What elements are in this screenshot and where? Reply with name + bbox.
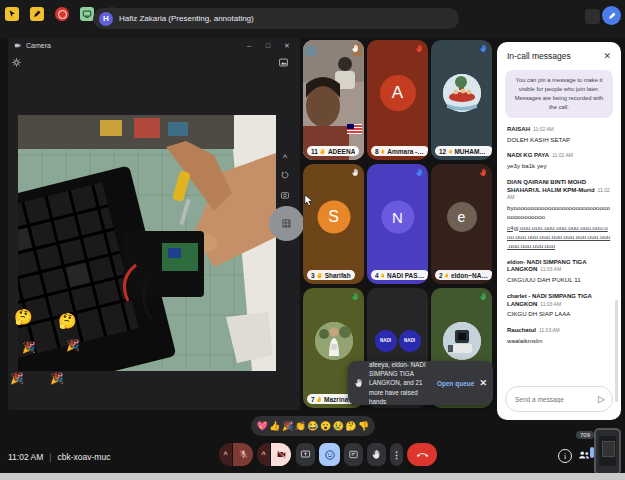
reaction-clap[interactable]: 👏 [295,421,306,431]
chat-message: NADI KG PAYA11:02 AM ye3y ba1k yey [507,152,611,170]
camera-settings-button[interactable] [11,57,22,68]
record-icon [58,10,67,19]
end-call-button[interactable] [407,443,437,466]
message-sender: NADI KG PAYA [507,152,549,158]
raised-hand-icon [351,292,360,301]
hand-icon [444,272,449,279]
maximize-button[interactable]: □ [261,42,275,49]
raised-hands-toast: afeeya, eldon- NADI SIMPANG TIGA LANGKON… [348,361,493,405]
chat-message: charlet - NADI SIMPANG TIGA LANGKON11:03… [507,293,611,319]
annotate-pen-button[interactable] [602,6,621,25]
reaction-party[interactable]: 🎉 [282,421,293,431]
chat-message: eldon- NADI SIMPANG TIGA LANGKON11:03 AM… [507,259,611,285]
self-view-pip[interactable] [594,428,621,475]
hand-icon [316,396,322,403]
reaction-thumbs-up[interactable]: 👍 [269,421,280,431]
reactions-button[interactable] [319,443,340,466]
reaction-surprised[interactable]: 😮 [320,421,331,431]
camera-off-button[interactable] [271,443,291,466]
screenshare-tool-button[interactable] [80,7,94,21]
floating-reaction-emoji: 🎉 [10,372,24,385]
camera-shutter-button[interactable] [269,206,304,241]
participant-tile[interactable]: 11 ADEENA [303,40,364,160]
pen-tool-button[interactable] [30,7,44,21]
present-button[interactable] [296,443,315,466]
toolbar-extra-button[interactable] [585,9,600,24]
present-screen-icon [300,449,311,460]
send-message-button[interactable]: ▷ [598,394,605,404]
camera-off-icon [276,449,287,460]
raised-hand-icon [479,44,488,53]
camera-app-icon [14,42,21,49]
panel-title: In-call messages [507,51,571,61]
hand-icon [380,272,385,279]
meeting-code: cbk-xoav-muc [58,452,111,462]
camera-options-button[interactable]: ^ [257,443,270,466]
camera-window-title: Camera [26,42,51,49]
reactions-bar: 💖 👍 🎉 👏 😂 😮 😢 🤔 👎 [251,416,375,436]
hand-icon [316,272,323,279]
close-button[interactable]: ✕ [280,42,294,50]
camera-gallery-button[interactable] [278,57,289,68]
presenter-pill[interactable]: H Hafiz Zakaria (Presenting, annotating) [93,8,459,29]
nadi-logo: NADI [375,330,397,352]
reaction-cry[interactable]: 😢 [333,421,344,431]
reaction-laugh[interactable]: 😂 [307,421,318,431]
panel-close-button[interactable]: ✕ [603,51,611,61]
reaction-thumbs-down[interactable]: 👎 [358,421,369,431]
rotate-icon[interactable] [280,170,290,180]
message-input[interactable] [513,395,594,404]
divider: | [49,452,51,462]
cursor-tool-button[interactable] [5,7,19,21]
gallery-icon [278,57,289,68]
participant-tile[interactable]: 12 MUHAMMAD ... [431,40,492,160]
screen-icon [82,9,92,19]
switch-camera-icon[interactable] [280,190,290,200]
participant-tile[interactable]: A 8 Ammara - NA... [367,40,428,160]
minimize-button[interactable]: – [242,42,256,49]
raised-hand-icon [354,378,364,388]
raised-hand-icon [415,44,424,53]
record-tool-button[interactable] [55,7,69,21]
message-text: CIKGU DH SIAP LAAA [507,310,611,319]
participant-tile[interactable]: S 3 Sharifah [303,164,364,284]
avatar: NADI NADI [375,330,421,352]
chat-scrollbar[interactable] [615,300,618,402]
floating-reaction-emoji: 🎉 [22,341,36,354]
more-dots-icon: ⋮ [392,450,401,460]
participant-label: 11 ADEENA [307,146,359,156]
message-sender: RAISAH [507,126,530,132]
pip-handle[interactable] [590,447,594,458]
message-link-text[interactable]: c4gj.uuu.uuu.uuu.uuu.uuu.uuu.uuu.uuu.uuu… [507,224,611,251]
mic-options-button[interactable]: ^ [219,443,232,466]
toast-close-button[interactable]: ✕ [479,378,487,388]
participant-tile[interactable]: N 4 NADI PASIR A... [367,164,428,284]
reaction-heart[interactable]: 💖 [257,421,268,431]
floating-reaction-emoji: 🎉 [50,372,64,385]
participant-tile[interactable]: e 2 eldon~NADI SI... [431,164,492,284]
mouse-cursor [304,194,314,206]
chevron-up-icon[interactable]: ^ [279,153,291,163]
message-time: 11:03 AM [539,327,560,333]
raise-hand-button[interactable] [367,443,386,466]
message-text: DOLEH KASIH SETAP [507,136,611,145]
people-button[interactable] [577,448,591,462]
avatar [443,74,481,112]
raised-hand-icon [479,168,488,177]
info-button[interactable]: i [558,449,572,463]
pen-icon [32,9,42,19]
reaction-thinking[interactable]: 🤔 [345,421,356,431]
mic-mute-button[interactable] [233,443,253,466]
camera-titlebar[interactable]: Camera – □ ✕ [8,38,300,53]
message-text: ye3y ba1k yey [507,162,611,171]
participant-label: 12 MUHAMMAD ... [435,146,492,156]
apps-button[interactable] [344,443,363,466]
message-composer: ▷ [505,386,613,412]
message-text: waalaikmslm [507,337,611,346]
raised-hand-icon [479,292,488,301]
cursor-icon [7,9,17,19]
more-options-button[interactable]: ⋮ [390,443,403,466]
chat-notice: You can pin a message to make it visible… [505,70,613,118]
open-queue-button[interactable]: Open queue [437,380,475,387]
clock-time: 11:02 AM [8,452,43,462]
